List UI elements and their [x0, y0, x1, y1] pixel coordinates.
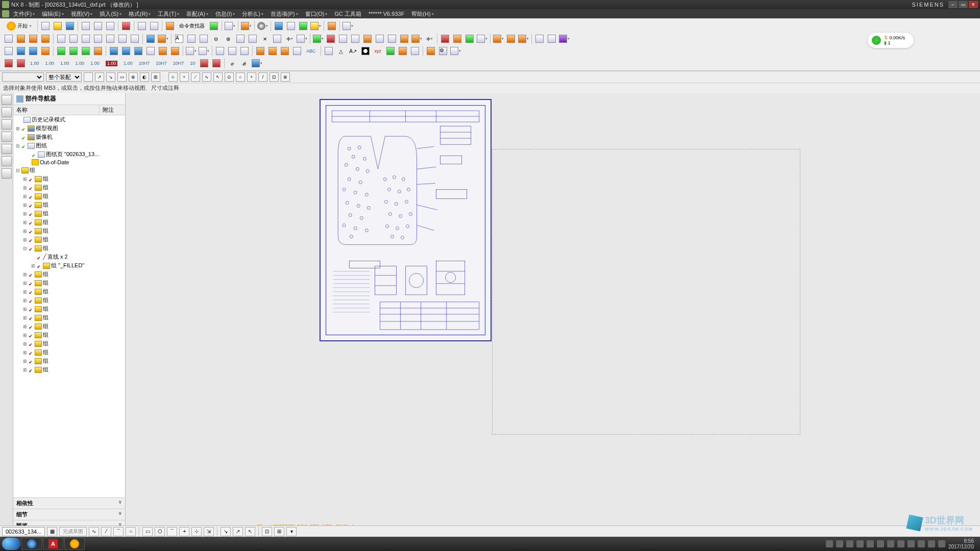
menu-tools[interactable]: 工具(T)▾	[155, 10, 182, 18]
sel-btn-4[interactable]: ▭	[117, 72, 127, 82]
tree-group-item[interactable]: ⊞组	[13, 270, 125, 279]
sketch-btn-1[interactable]: ∿	[89, 527, 99, 536]
tb-c18[interactable]	[227, 45, 238, 57]
tb-c22[interactable]	[279, 45, 290, 57]
tb-c16[interactable]	[198, 45, 210, 57]
menu-version[interactable]: ****** V6.933F	[365, 11, 407, 17]
tb-b15[interactable]	[198, 33, 209, 44]
tol-10[interactable]: 10H7	[170, 58, 187, 69]
tol-11[interactable]: 10	[187, 58, 198, 69]
tb-d2[interactable]	[15, 58, 27, 69]
tree-group-item[interactable]: ⊞组	[13, 365, 125, 374]
tb-b32[interactable]	[452, 33, 463, 44]
tb-c8[interactable]	[92, 45, 104, 57]
tb-c26[interactable]: A↗	[348, 45, 359, 57]
tol-7[interactable]: 1.00	[121, 58, 135, 69]
sel-btn-3[interactable]: ↘	[106, 72, 115, 82]
sel-btn-5[interactable]: ⊕	[129, 72, 138, 82]
tb-d1[interactable]	[3, 58, 14, 69]
tol-2[interactable]: 1.00	[43, 58, 57, 69]
tb-b14[interactable]	[186, 33, 197, 44]
tree-outdate[interactable]: Out-of-Date	[13, 159, 125, 166]
tb-c29[interactable]	[397, 45, 408, 57]
tb-c19[interactable]	[239, 45, 250, 57]
tb-b5[interactable]	[56, 33, 67, 44]
tb-c10[interactable]	[120, 45, 132, 57]
drawing-canvas[interactable]: Sheet "002633_134_200_V01_1" Work	[126, 93, 980, 532]
tb-c15[interactable]	[185, 45, 197, 57]
tb-b18[interactable]: ✕	[259, 33, 271, 44]
tree-group-item[interactable]: ⊞组	[13, 348, 125, 357]
tree-model-view[interactable]: ⊞模型视图	[13, 124, 125, 133]
resource-tab-2[interactable]	[2, 107, 12, 117]
resource-tab-5[interactable]	[2, 144, 12, 154]
snap-btn-1[interactable]: ⊹	[168, 72, 178, 82]
menu-window[interactable]: 窗口(O)▾	[302, 10, 331, 18]
tray-icon[interactable]	[856, 540, 864, 547]
tb-d4[interactable]	[211, 58, 222, 69]
taskbar-app-2[interactable]: A	[43, 538, 63, 550]
tol-1[interactable]: 1.00	[28, 58, 42, 69]
tol-3[interactable]: 1.00	[58, 58, 72, 69]
tb-b34[interactable]	[476, 33, 488, 44]
tree-group-item[interactable]: ⊞组	[13, 357, 125, 365]
tree-group-item[interactable]: ⊞组	[13, 201, 125, 209]
copy-button[interactable]	[92, 20, 104, 32]
tb-c31[interactable]	[425, 45, 436, 57]
finish-sketch-button[interactable]: 完成草图	[59, 527, 87, 536]
tray-icon[interactable]	[897, 540, 904, 547]
sketch-btn-3[interactable]: ⌒	[113, 527, 124, 536]
tb-c3[interactable]	[28, 45, 39, 57]
sketch-btn-6[interactable]: ⬡	[155, 527, 165, 536]
paste-button[interactable]	[105, 20, 116, 32]
tree-drawing[interactable]: ⊟图纸	[13, 141, 125, 150]
tb-c6[interactable]	[68, 45, 79, 57]
tb-d5[interactable]: ⌀	[227, 58, 238, 69]
sel-btn-6[interactable]: ◐	[140, 72, 149, 82]
shading-button[interactable]	[257, 20, 268, 32]
tb-c-abc[interactable]: ABC	[304, 45, 318, 57]
menu-file[interactable]: 文件(F)▾	[10, 10, 38, 18]
tb-b21[interactable]	[312, 33, 324, 44]
tree-history[interactable]: 历史记录模式	[13, 115, 125, 124]
tb-btn-a6[interactable]	[298, 20, 309, 32]
tree-group-item[interactable]: ⊞组	[13, 339, 125, 348]
sel-btn-1[interactable]	[84, 72, 93, 82]
restore-button[interactable]: ▭	[959, 1, 968, 8]
tb-c1[interactable]	[3, 45, 14, 57]
start-button[interactable]: 开始	[3, 20, 35, 32]
resource-tab-3[interactable]	[2, 119, 12, 130]
sketch-btn-2[interactable]: ∕	[101, 527, 111, 536]
tb-b17[interactable]	[247, 33, 258, 44]
tb-b4[interactable]	[40, 33, 51, 44]
assembly-scope-select[interactable]: 整个装配	[46, 72, 82, 82]
tree-group-item[interactable]: ⊞组	[13, 218, 125, 227]
resource-tab-1[interactable]	[2, 95, 12, 105]
tb-b6[interactable]	[68, 33, 79, 44]
sketch-btn-13[interactable]: ↖	[245, 527, 255, 536]
windows-start-button[interactable]	[2, 538, 20, 550]
tree-group-item[interactable]: ⊞组	[13, 174, 125, 183]
tree-group-expanded[interactable]: ⊟组	[13, 244, 125, 253]
tb-b37[interactable]	[518, 33, 529, 44]
resource-tab-4[interactable]	[2, 132, 12, 142]
snap-btn-5[interactable]: ↖	[213, 72, 223, 82]
sketch-btn-9[interactable]: ⊹	[191, 527, 202, 536]
tray-icon[interactable]	[928, 540, 935, 547]
snap-btn-11[interactable]: ⊕	[281, 72, 290, 82]
tb-btn-a9[interactable]	[342, 20, 354, 32]
tb-b31[interactable]	[439, 33, 451, 44]
tb-c24[interactable]	[323, 45, 334, 57]
menu-analysis[interactable]: 分析(L)▾	[239, 10, 266, 18]
open-button[interactable]	[52, 20, 63, 32]
tb-b12[interactable]	[145, 33, 156, 44]
tree-group-item[interactable]: ⊞组	[13, 235, 125, 244]
taskbar-app-3[interactable]	[64, 538, 85, 550]
snap-btn-7[interactable]: ○	[236, 72, 245, 82]
command-finder-button[interactable]: 命令查找器	[177, 20, 207, 32]
zoom-in-button[interactable]: ⊕	[223, 33, 234, 44]
tb-c11[interactable]	[133, 45, 144, 57]
sel-btn-2[interactable]: ↗	[95, 72, 104, 82]
tb-b38[interactable]	[534, 33, 545, 44]
snap-btn-2[interactable]: +	[180, 72, 189, 82]
